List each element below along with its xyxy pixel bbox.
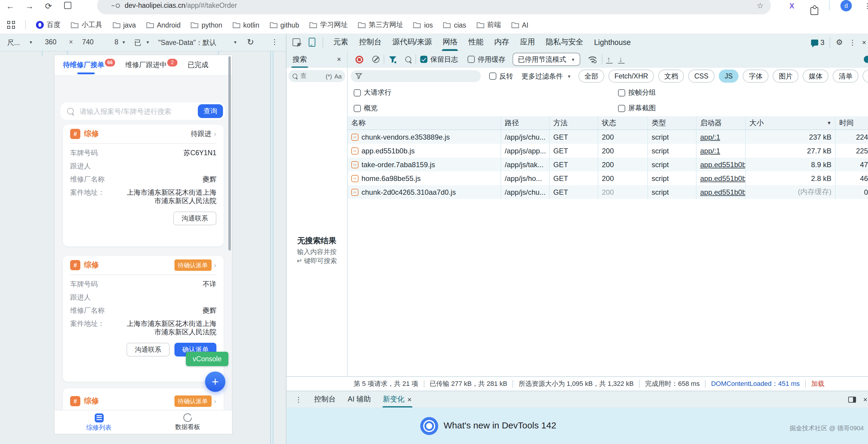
address-bar[interactable]: dev-haolipei.cias.cn/app/#/takeOrder ☆ xyxy=(97,0,771,14)
bookmark-star-icon[interactable]: ☆ xyxy=(757,1,764,10)
screenshots-checkbox[interactable]: 屏幕截图 xyxy=(618,104,656,113)
throttling-select[interactable]: 已停用节流模式▼ xyxy=(513,53,581,66)
contact-button[interactable]: 沟通联系 xyxy=(126,343,169,356)
overview-checkbox[interactable]: 概览 xyxy=(354,104,378,113)
search-panel-input[interactable]: 查 (*) Aa xyxy=(288,70,345,82)
tab-elements[interactable]: 元素 xyxy=(328,34,354,51)
tab-memory[interactable]: 内存 xyxy=(489,34,515,51)
filter-input[interactable] xyxy=(351,70,481,82)
record-network-log-button[interactable] xyxy=(355,56,363,63)
bookmark-folder[interactable]: python xyxy=(191,21,222,28)
bookmark-baidu[interactable]: 百度 xyxy=(36,20,61,29)
filter-chip-doc[interactable]: 文档 xyxy=(658,69,684,83)
page-scrollbar[interactable] xyxy=(228,56,231,250)
bookmark-folder[interactable]: github xyxy=(270,21,299,28)
chevron-right-icon[interactable]: › xyxy=(214,261,216,269)
vconsole-button[interactable]: vConsole xyxy=(186,352,228,366)
device-toolbar-toggle-icon[interactable] xyxy=(309,38,315,47)
col-initiator[interactable]: 启动器 xyxy=(696,116,746,130)
bookmark-folder[interactable]: java xyxy=(113,21,136,28)
disable-cache-checkbox[interactable]: 停用缓存 xyxy=(468,55,505,64)
bookmark-folder[interactable]: AI xyxy=(511,21,528,28)
device-height-field[interactable]: 740 xyxy=(82,38,94,45)
bookmark-folder[interactable]: 第三方网址 xyxy=(358,20,403,29)
tab-performance[interactable]: 性能 xyxy=(463,34,489,51)
network-request-row[interactable]: home.6a98be55.js /app/js/ho... GET 200 s… xyxy=(348,171,868,185)
app-tab-done[interactable]: 已完成 xyxy=(188,61,208,69)
chevron-right-icon[interactable]: › xyxy=(214,397,216,406)
initiator-link[interactable]: app/:1 xyxy=(700,147,720,155)
extensions-puzzle-icon[interactable] xyxy=(810,7,818,15)
back-icon[interactable]: ← xyxy=(6,1,14,11)
initiator-link[interactable]: app.ed551b0b xyxy=(700,160,746,169)
zoom-select[interactable]: 8 xyxy=(115,38,119,45)
throttle-select[interactable]: 已 xyxy=(134,38,143,47)
bottom-tab-dashboard[interactable]: 数据看板 xyxy=(143,410,232,434)
devtools-menu-icon[interactable]: ⋮ xyxy=(849,38,856,46)
search-panel-tab[interactable]: 搜索 xyxy=(286,51,313,68)
app-tab-pending[interactable]: 待维修厂接单66 xyxy=(63,61,115,69)
preserve-log-checkbox[interactable]: 保留日志 xyxy=(420,55,458,64)
search-network-icon[interactable] xyxy=(405,56,411,62)
initiator-link[interactable]: app/:1 xyxy=(700,133,720,141)
network-request-row[interactable]: chunk-2d0c4265.310aa7d0.js /app/js/chu..… xyxy=(348,185,868,199)
col-time[interactable]: 时间 xyxy=(836,116,868,130)
app-tab-following[interactable]: 维修厂跟进中2 xyxy=(125,61,178,69)
bookmark-folder[interactable]: cias xyxy=(443,21,466,28)
drawer-tab-console[interactable]: 控制台 xyxy=(308,391,342,408)
filter-chip-js[interactable]: JS xyxy=(719,69,739,83)
initiator-link[interactable]: app.ed551b0b xyxy=(700,174,746,183)
filter-chip-img[interactable]: 图片 xyxy=(773,69,799,83)
issues-counter[interactable]: 3 xyxy=(811,38,824,46)
filter-chip-manifest[interactable]: 清单 xyxy=(833,69,859,83)
network-request-row[interactable]: app.ed551b0b.js /app/js/app... GET 200 s… xyxy=(348,144,868,158)
search-input[interactable] xyxy=(79,107,180,115)
col-type[interactable]: 类型 xyxy=(648,116,696,130)
invert-filter-checkbox[interactable]: 反转 xyxy=(489,72,513,81)
network-request-row[interactable]: take-order.7aba8159.js /app/js/tak... GE… xyxy=(348,158,868,171)
close-search-panel-icon[interactable]: × xyxy=(337,55,341,64)
device-toolbar-menu-icon[interactable]: ⋮ xyxy=(271,38,278,46)
tab-lighthouse[interactable]: Lighthouse xyxy=(589,34,636,51)
rotate-device-icon[interactable]: ↻ xyxy=(247,37,254,47)
col-size[interactable]: 大小▼ xyxy=(746,116,836,130)
inspect-element-icon[interactable] xyxy=(292,38,300,46)
filter-funnel-icon[interactable] xyxy=(389,56,397,63)
filter-chip-font[interactable]: 字体 xyxy=(743,69,769,83)
tab-sources[interactable]: 源代码/来源 xyxy=(387,34,437,51)
contact-button[interactable]: 沟通联系 xyxy=(173,212,216,225)
bookmark-folder[interactable]: ios xyxy=(413,21,433,28)
col-name[interactable]: 名称 xyxy=(348,116,501,130)
tab-network[interactable]: 网络 xyxy=(437,34,463,51)
tracking-protection-icon[interactable] xyxy=(112,3,120,8)
filter-chip-all[interactable]: 全部 xyxy=(579,69,604,83)
bookmark-folder[interactable]: kotlin xyxy=(232,21,259,28)
profile-avatar[interactable]: d xyxy=(840,0,852,11)
close-devtools-icon[interactable]: × xyxy=(862,38,866,46)
bookmark-folder[interactable]: 前端 xyxy=(476,20,501,29)
clipped-toolbar-icon[interactable] xyxy=(864,56,868,63)
regex-toggle[interactable]: (*) xyxy=(326,73,332,80)
apps-grid-icon[interactable] xyxy=(7,21,15,29)
search-query-button[interactable]: 查询 xyxy=(198,104,223,118)
dock-side-icon[interactable] xyxy=(848,397,856,402)
tab-console[interactable]: 控制台 xyxy=(354,34,387,51)
import-har-icon[interactable]: ↑ xyxy=(607,56,611,62)
bookmark-folder[interactable]: Android xyxy=(146,21,180,28)
col-status[interactable]: 状态 xyxy=(598,116,648,130)
close-drawer-icon[interactable]: × xyxy=(863,395,867,404)
network-conditions-icon[interactable] xyxy=(588,55,598,64)
bookmark-folder[interactable]: 学习网址 xyxy=(309,20,348,29)
export-har-icon[interactable]: ↓ xyxy=(619,56,622,62)
clear-network-log-icon[interactable] xyxy=(372,56,379,63)
filter-chip-fetch-xhr[interactable]: Fetch/XHR xyxy=(609,69,654,83)
extension-x-icon[interactable]: X xyxy=(789,2,794,10)
drawer-menu-icon[interactable]: ⋮ xyxy=(295,395,302,404)
browser-menu-icon[interactable]: ⋮ xyxy=(864,2,868,10)
device-dimensions-select[interactable]: 尺... xyxy=(7,38,20,47)
drawer-tab-ai[interactable]: AI 辅助 xyxy=(342,391,377,408)
col-path[interactable]: 路径 xyxy=(501,116,550,130)
network-request-row[interactable]: chunk-vendors.e353889e.js /app/js/chu...… xyxy=(348,130,868,144)
filter-chip-media[interactable]: 媒体 xyxy=(803,69,829,83)
filter-chip-socket[interactable]: 套接字 xyxy=(863,69,868,83)
